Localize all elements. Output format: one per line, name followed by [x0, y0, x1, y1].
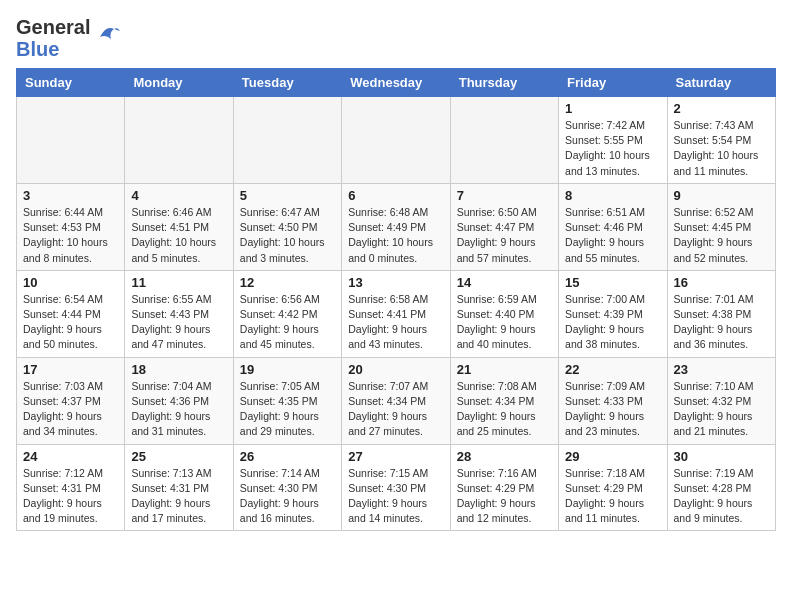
- day-number: 20: [348, 362, 443, 377]
- calendar-cell: 25Sunrise: 7:13 AM Sunset: 4:31 PM Dayli…: [125, 444, 233, 531]
- day-info: Sunrise: 6:54 AM Sunset: 4:44 PM Dayligh…: [23, 292, 118, 353]
- calendar-cell: 29Sunrise: 7:18 AM Sunset: 4:29 PM Dayli…: [559, 444, 667, 531]
- day-number: 18: [131, 362, 226, 377]
- day-info: Sunrise: 6:51 AM Sunset: 4:46 PM Dayligh…: [565, 205, 660, 266]
- day-number: 8: [565, 188, 660, 203]
- calendar-cell: 30Sunrise: 7:19 AM Sunset: 4:28 PM Dayli…: [667, 444, 775, 531]
- day-number: 4: [131, 188, 226, 203]
- day-number: 13: [348, 275, 443, 290]
- calendar-cell: 27Sunrise: 7:15 AM Sunset: 4:30 PM Dayli…: [342, 444, 450, 531]
- calendar-table: SundayMondayTuesdayWednesdayThursdayFrid…: [16, 68, 776, 531]
- day-info: Sunrise: 7:19 AM Sunset: 4:28 PM Dayligh…: [674, 466, 769, 527]
- calendar-cell: 15Sunrise: 7:00 AM Sunset: 4:39 PM Dayli…: [559, 270, 667, 357]
- day-number: 5: [240, 188, 335, 203]
- calendar-cell: 10Sunrise: 6:54 AM Sunset: 4:44 PM Dayli…: [17, 270, 125, 357]
- calendar-week-row: 3Sunrise: 6:44 AM Sunset: 4:53 PM Daylig…: [17, 183, 776, 270]
- day-info: Sunrise: 6:58 AM Sunset: 4:41 PM Dayligh…: [348, 292, 443, 353]
- calendar-cell: 7Sunrise: 6:50 AM Sunset: 4:47 PM Daylig…: [450, 183, 558, 270]
- calendar-cell: 20Sunrise: 7:07 AM Sunset: 4:34 PM Dayli…: [342, 357, 450, 444]
- page-header: General Blue: [16, 16, 776, 60]
- calendar-cell: 17Sunrise: 7:03 AM Sunset: 4:37 PM Dayli…: [17, 357, 125, 444]
- day-number: 2: [674, 101, 769, 116]
- day-number: 26: [240, 449, 335, 464]
- day-info: Sunrise: 7:43 AM Sunset: 5:54 PM Dayligh…: [674, 118, 769, 179]
- weekday-header-sunday: Sunday: [17, 69, 125, 97]
- calendar-cell: 19Sunrise: 7:05 AM Sunset: 4:35 PM Dayli…: [233, 357, 341, 444]
- day-number: 15: [565, 275, 660, 290]
- calendar-cell: 4Sunrise: 6:46 AM Sunset: 4:51 PM Daylig…: [125, 183, 233, 270]
- day-info: Sunrise: 7:01 AM Sunset: 4:38 PM Dayligh…: [674, 292, 769, 353]
- day-number: 19: [240, 362, 335, 377]
- calendar-cell: 5Sunrise: 6:47 AM Sunset: 4:50 PM Daylig…: [233, 183, 341, 270]
- calendar-cell: 28Sunrise: 7:16 AM Sunset: 4:29 PM Dayli…: [450, 444, 558, 531]
- day-info: Sunrise: 7:08 AM Sunset: 4:34 PM Dayligh…: [457, 379, 552, 440]
- calendar-cell: 22Sunrise: 7:09 AM Sunset: 4:33 PM Dayli…: [559, 357, 667, 444]
- day-number: 12: [240, 275, 335, 290]
- day-number: 25: [131, 449, 226, 464]
- day-info: Sunrise: 7:18 AM Sunset: 4:29 PM Dayligh…: [565, 466, 660, 527]
- logo-container: General Blue: [16, 16, 122, 60]
- logo: General Blue: [16, 16, 122, 60]
- day-info: Sunrise: 7:05 AM Sunset: 4:35 PM Dayligh…: [240, 379, 335, 440]
- calendar-week-row: 17Sunrise: 7:03 AM Sunset: 4:37 PM Dayli…: [17, 357, 776, 444]
- day-number: 27: [348, 449, 443, 464]
- day-number: 23: [674, 362, 769, 377]
- day-info: Sunrise: 7:07 AM Sunset: 4:34 PM Dayligh…: [348, 379, 443, 440]
- day-number: 11: [131, 275, 226, 290]
- calendar-cell: 21Sunrise: 7:08 AM Sunset: 4:34 PM Dayli…: [450, 357, 558, 444]
- calendar-week-row: 10Sunrise: 6:54 AM Sunset: 4:44 PM Dayli…: [17, 270, 776, 357]
- day-info: Sunrise: 7:15 AM Sunset: 4:30 PM Dayligh…: [348, 466, 443, 527]
- calendar-cell: 24Sunrise: 7:12 AM Sunset: 4:31 PM Dayli…: [17, 444, 125, 531]
- day-number: 16: [674, 275, 769, 290]
- day-number: 10: [23, 275, 118, 290]
- day-info: Sunrise: 7:16 AM Sunset: 4:29 PM Dayligh…: [457, 466, 552, 527]
- day-number: 14: [457, 275, 552, 290]
- calendar-cell: [17, 97, 125, 184]
- calendar-week-row: 24Sunrise: 7:12 AM Sunset: 4:31 PM Dayli…: [17, 444, 776, 531]
- weekday-header-saturday: Saturday: [667, 69, 775, 97]
- calendar-cell: 18Sunrise: 7:04 AM Sunset: 4:36 PM Dayli…: [125, 357, 233, 444]
- day-number: 29: [565, 449, 660, 464]
- calendar-cell: 6Sunrise: 6:48 AM Sunset: 4:49 PM Daylig…: [342, 183, 450, 270]
- logo-blue: Blue: [16, 38, 90, 60]
- day-number: 30: [674, 449, 769, 464]
- calendar-cell: 1Sunrise: 7:42 AM Sunset: 5:55 PM Daylig…: [559, 97, 667, 184]
- day-info: Sunrise: 6:44 AM Sunset: 4:53 PM Dayligh…: [23, 205, 118, 266]
- day-info: Sunrise: 6:50 AM Sunset: 4:47 PM Dayligh…: [457, 205, 552, 266]
- weekday-header-monday: Monday: [125, 69, 233, 97]
- calendar-cell: 23Sunrise: 7:10 AM Sunset: 4:32 PM Dayli…: [667, 357, 775, 444]
- day-number: 1: [565, 101, 660, 116]
- day-info: Sunrise: 7:09 AM Sunset: 4:33 PM Dayligh…: [565, 379, 660, 440]
- day-number: 24: [23, 449, 118, 464]
- weekday-header-thursday: Thursday: [450, 69, 558, 97]
- day-info: Sunrise: 6:47 AM Sunset: 4:50 PM Dayligh…: [240, 205, 335, 266]
- day-info: Sunrise: 7:13 AM Sunset: 4:31 PM Dayligh…: [131, 466, 226, 527]
- day-number: 22: [565, 362, 660, 377]
- day-info: Sunrise: 6:59 AM Sunset: 4:40 PM Dayligh…: [457, 292, 552, 353]
- calendar-cell: [450, 97, 558, 184]
- calendar-cell: 14Sunrise: 6:59 AM Sunset: 4:40 PM Dayli…: [450, 270, 558, 357]
- weekday-header-friday: Friday: [559, 69, 667, 97]
- day-info: Sunrise: 6:52 AM Sunset: 4:45 PM Dayligh…: [674, 205, 769, 266]
- day-info: Sunrise: 7:42 AM Sunset: 5:55 PM Dayligh…: [565, 118, 660, 179]
- calendar-cell: 26Sunrise: 7:14 AM Sunset: 4:30 PM Dayli…: [233, 444, 341, 531]
- day-info: Sunrise: 6:56 AM Sunset: 4:42 PM Dayligh…: [240, 292, 335, 353]
- day-info: Sunrise: 7:12 AM Sunset: 4:31 PM Dayligh…: [23, 466, 118, 527]
- calendar-cell: [233, 97, 341, 184]
- calendar-cell: 2Sunrise: 7:43 AM Sunset: 5:54 PM Daylig…: [667, 97, 775, 184]
- day-info: Sunrise: 6:55 AM Sunset: 4:43 PM Dayligh…: [131, 292, 226, 353]
- calendar-cell: [342, 97, 450, 184]
- day-number: 28: [457, 449, 552, 464]
- calendar-cell: 13Sunrise: 6:58 AM Sunset: 4:41 PM Dayli…: [342, 270, 450, 357]
- day-info: Sunrise: 7:00 AM Sunset: 4:39 PM Dayligh…: [565, 292, 660, 353]
- weekday-header-tuesday: Tuesday: [233, 69, 341, 97]
- calendar-cell: 9Sunrise: 6:52 AM Sunset: 4:45 PM Daylig…: [667, 183, 775, 270]
- day-info: Sunrise: 7:03 AM Sunset: 4:37 PM Dayligh…: [23, 379, 118, 440]
- day-info: Sunrise: 6:46 AM Sunset: 4:51 PM Dayligh…: [131, 205, 226, 266]
- logo-bird-icon: [94, 19, 122, 47]
- day-number: 6: [348, 188, 443, 203]
- day-number: 17: [23, 362, 118, 377]
- day-number: 7: [457, 188, 552, 203]
- day-number: 3: [23, 188, 118, 203]
- day-number: 9: [674, 188, 769, 203]
